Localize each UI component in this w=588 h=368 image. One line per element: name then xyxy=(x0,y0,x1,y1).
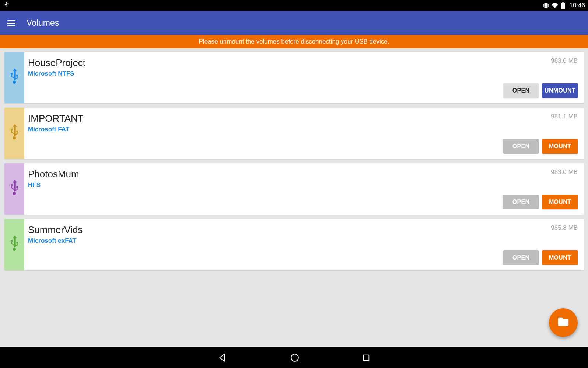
app-bar: Volumes xyxy=(0,11,588,35)
wifi-icon xyxy=(552,2,558,9)
status-bar-right: 10:46 xyxy=(543,2,585,9)
volume-side-strip xyxy=(4,108,24,159)
svg-point-5 xyxy=(13,136,16,139)
volume-side-strip xyxy=(4,219,24,270)
open-button: OPEN xyxy=(503,195,539,209)
usb-icon xyxy=(9,69,20,87)
volume-actions: OPENUNMOUNT xyxy=(28,77,578,98)
nav-home-button[interactable] xyxy=(290,353,300,362)
volume-actions: OPENMOUNT xyxy=(28,133,578,154)
status-bar: 10:46 xyxy=(0,0,588,11)
volume-size: 985.8 MB xyxy=(551,224,578,232)
volume-card-body: PhotosMumHFS983.0 MBOPENMOUNT xyxy=(24,163,584,215)
volume-list: HouseProjectMicrosoft NTFS983.0 MBOPENUN… xyxy=(0,48,588,347)
usb-icon xyxy=(9,124,20,143)
browse-files-fab[interactable] xyxy=(549,308,578,337)
mount-button[interactable]: MOUNT xyxy=(542,195,578,209)
page-title: Volumes xyxy=(27,18,59,28)
svg-point-11 xyxy=(13,247,16,251)
unmount-button[interactable]: UNMOUNT xyxy=(542,83,578,98)
volume-filesystem: Microsoft NTFS xyxy=(28,70,578,77)
volume-size: 983.0 MB xyxy=(551,57,578,65)
app-content: Volumes Please unmount the volumes befor… xyxy=(0,11,588,347)
volume-name: HouseProject xyxy=(28,57,578,69)
volume-card-body: IMPORTANTMicrosoft FAT981.1 MBOPENMOUNT xyxy=(24,108,584,159)
volume-size: 981.1 MB xyxy=(551,113,578,120)
svg-rect-0 xyxy=(11,73,13,74)
nav-back-button[interactable] xyxy=(218,353,227,362)
mount-button[interactable]: MOUNT xyxy=(542,250,578,265)
volume-size: 983.0 MB xyxy=(551,169,578,176)
usb-icon xyxy=(3,1,10,10)
status-bar-left xyxy=(3,1,10,10)
open-button: OPEN xyxy=(503,139,539,154)
volume-card-body: SummerVidsMicrosoft exFAT985.8 MBOPENMOU… xyxy=(24,219,584,270)
volume-name: SummerVids xyxy=(28,224,578,236)
svg-rect-9 xyxy=(11,240,13,242)
mount-button[interactable]: MOUNT xyxy=(542,139,578,154)
svg-point-4 xyxy=(16,130,18,132)
warning-banner: Please unmount the volumes before discon… xyxy=(0,35,588,48)
volume-card: SummerVidsMicrosoft exFAT985.8 MBOPENMOU… xyxy=(4,219,584,270)
status-time: 10:46 xyxy=(569,2,585,9)
volume-card-body: HouseProjectMicrosoft NTFS983.0 MBOPENUN… xyxy=(24,52,584,103)
volume-card: HouseProjectMicrosoft NTFS983.0 MBOPENUN… xyxy=(4,52,584,103)
volume-card: PhotosMumHFS983.0 MBOPENMOUNT xyxy=(4,163,584,215)
svg-point-1 xyxy=(16,74,18,76)
svg-point-10 xyxy=(16,242,18,243)
volume-filesystem: Microsoft FAT xyxy=(28,126,578,133)
svg-rect-13 xyxy=(364,355,369,361)
folder-icon xyxy=(557,316,570,330)
nav-recent-button[interactable] xyxy=(362,354,370,362)
svg-rect-6 xyxy=(11,184,13,186)
open-button[interactable]: OPEN xyxy=(503,83,539,98)
battery-icon xyxy=(560,2,566,9)
usb-icon xyxy=(9,180,20,198)
vibrate-icon xyxy=(543,2,549,9)
svg-point-7 xyxy=(16,186,18,188)
volume-filesystem: HFS xyxy=(28,181,578,189)
nav-bar xyxy=(0,347,588,368)
svg-point-8 xyxy=(13,192,16,195)
warning-banner-text: Please unmount the volumes before discon… xyxy=(199,38,389,45)
volume-name: IMPORTANT xyxy=(28,113,578,124)
volume-card: IMPORTANTMicrosoft FAT981.1 MBOPENMOUNT xyxy=(4,108,584,159)
svg-point-12 xyxy=(291,354,298,361)
svg-rect-3 xyxy=(11,128,13,130)
volume-actions: OPENMOUNT xyxy=(28,189,578,209)
volume-filesystem: Microsoft exFAT xyxy=(28,237,578,244)
svg-point-2 xyxy=(13,80,16,84)
hamburger-icon[interactable] xyxy=(7,20,15,26)
open-button: OPEN xyxy=(503,250,539,265)
volume-name: PhotosMum xyxy=(28,169,578,180)
volume-side-strip xyxy=(4,52,24,103)
usb-icon xyxy=(9,236,20,254)
volume-side-strip xyxy=(4,163,24,215)
volume-actions: OPENMOUNT xyxy=(28,244,578,265)
